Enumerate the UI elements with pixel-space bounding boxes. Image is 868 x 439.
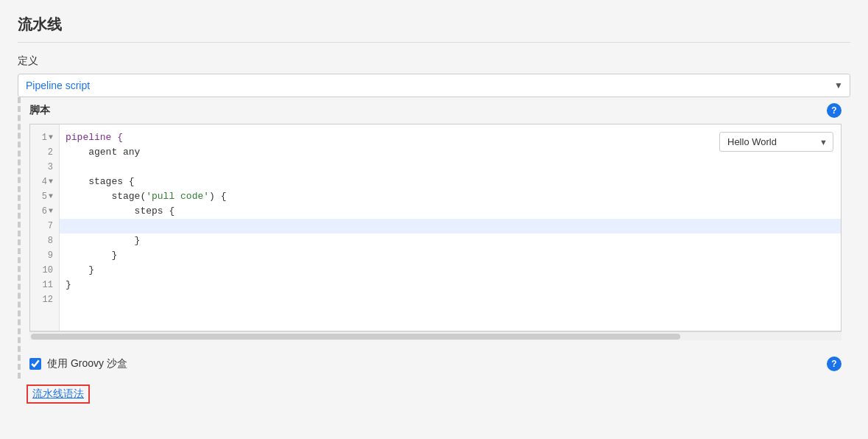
line-num-10: 10 [30,263,59,278]
line-num-5: 5▼ [30,189,59,204]
line-num-11: 11 [30,278,59,292]
code-line-6: steps { [60,204,841,219]
page-container: 流水线 定义 Pipeline script Pipeline script f… [0,0,868,439]
line-num-1: 1▼ [30,130,59,145]
scrollbar-thumb [31,334,680,340]
groovy-checkbox[interactable] [29,358,41,370]
page-title: 流水线 [18,15,850,43]
code-line-3 [60,160,841,175]
line-num-8: 8 [30,233,59,248]
line-numbers: 1▼ 2 3 4▼ 5▼ 6▼ 7 8 9 10 11 12 [30,124,60,331]
groovy-label: 使用 Groovy 沙盒 [47,357,127,370]
script-section: 脚本 ? Hello World Scripted Pipeline Decla… [18,97,850,379]
code-line-12 [60,292,841,307]
line-num-3: 3 [30,160,59,175]
line-num-6: 6▼ [30,204,59,219]
script-header: 脚本 ? [21,97,850,124]
hello-world-select[interactable]: Hello World Scripted Pipeline Declarativ… [719,132,833,152]
definition-select[interactable]: Pipeline script Pipeline script from SCM [18,74,850,97]
code-line-8: } [60,233,841,248]
code-line-4: stages { [60,175,841,189]
script-section-label: 脚本 [29,104,50,117]
code-line-5: stage('pull code') { [60,189,841,204]
line-num-12: 12 [30,292,59,307]
pipeline-link-wrapper: 流水线语法 [27,384,850,404]
pipeline-syntax-link[interactable]: 流水线语法 [27,384,90,404]
editor-scrollbar[interactable] [29,331,841,340]
code-editor[interactable]: 1▼ 2 3 4▼ 5▼ 6▼ 7 8 9 10 11 12 pipeline … [30,124,841,331]
groovy-section: 使用 Groovy 沙盒 ? [21,346,850,379]
groovy-left: 使用 Groovy 沙盒 [29,357,127,370]
code-editor-container: Hello World Scripted Pipeline Declarativ… [29,124,841,331]
line-num-2: 2 [30,145,59,160]
code-line-7 [60,219,841,233]
line-num-9: 9 [30,248,59,263]
groovy-checkbox-wrapper: 使用 Groovy 沙盒 [29,357,127,370]
code-line-10: } [60,263,841,278]
code-line-9: } [60,248,841,263]
script-help-icon[interactable]: ? [827,103,841,118]
groovy-help-icon[interactable]: ? [827,357,841,371]
definition-label: 定义 [18,55,850,68]
hello-world-dropdown-wrapper: Hello World Scripted Pipeline Declarativ… [719,132,833,152]
code-content[interactable]: pipeline { agent any stages { stage('pul… [60,124,841,331]
line-num-4: 4▼ [30,175,59,189]
code-line-11: } [60,278,841,292]
definition-select-wrapper: Pipeline script Pipeline script from SCM… [18,74,850,97]
line-num-7: 7 [30,219,59,233]
